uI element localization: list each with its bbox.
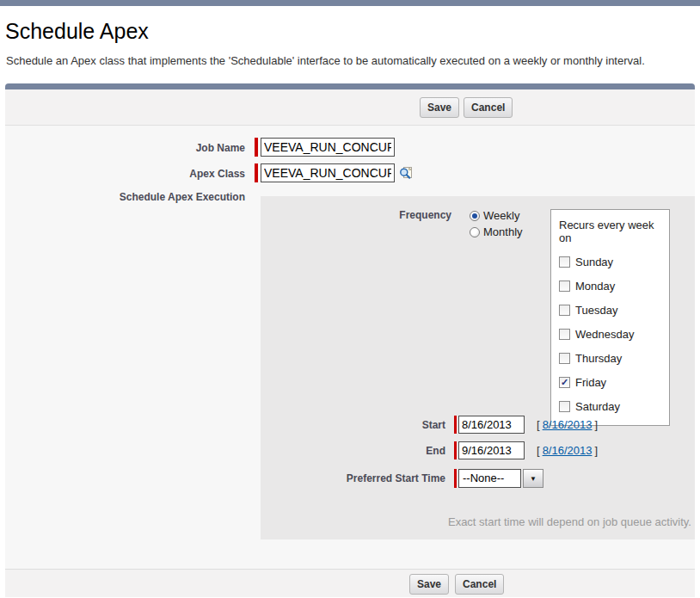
- page-title: Schedule Apex: [5, 19, 149, 44]
- end-date-link-group: [8/16/2013]: [537, 444, 598, 457]
- start-date-input[interactable]: [458, 416, 525, 434]
- day-option-sunday[interactable]: Sunday: [559, 256, 664, 268]
- day-option-monday[interactable]: Monday: [559, 280, 664, 293]
- day-option-thursday[interactable]: Thursday: [559, 352, 664, 365]
- job-name-input[interactable]: [261, 138, 395, 157]
- end-date-input[interactable]: [458, 441, 525, 459]
- bottom-button-bar: [5, 569, 695, 597]
- frequency-monthly-label: Monthly: [483, 225, 523, 238]
- top-accent-bar: [0, 0, 700, 6]
- schedule-apex-page: { "page": { "title": "Schedule Apex", "d…: [0, 0, 700, 598]
- weekly-recurrence-title: Recurs every week on: [559, 219, 664, 244]
- schedule-apex-execution-label: Schedule Apex Execution: [5, 191, 245, 203]
- day-label-thursday: Thursday: [575, 352, 622, 365]
- checkbox-saturday-icon[interactable]: [559, 401, 570, 412]
- bracket-open: [: [537, 444, 540, 457]
- day-label-friday: Friday: [575, 376, 606, 389]
- job-name-required-mark: [255, 138, 258, 157]
- start-label: Start: [261, 419, 445, 431]
- preferred-start-time-select[interactable]: --None-- ▼: [458, 469, 543, 488]
- bottom-button-group: Save Cancel: [409, 574, 504, 595]
- day-label-wednesday: Wednesday: [575, 328, 634, 341]
- chevron-down-icon[interactable]: ▼: [523, 469, 543, 488]
- weekly-recurrence-panel: Recurs every week on Sunday Monday Tuesd…: [550, 209, 670, 426]
- day-label-monday: Monday: [575, 280, 615, 293]
- queue-note-text: Exact start time will depend on job queu…: [448, 515, 691, 528]
- start-today-date-link[interactable]: 8/16/2013: [543, 418, 593, 431]
- frequency-label: Frequency: [261, 209, 451, 221]
- end-required-mark: [454, 441, 457, 459]
- cancel-button-bottom[interactable]: Cancel: [455, 574, 504, 595]
- checkbox-friday-icon-checked[interactable]: ✓: [559, 377, 570, 388]
- checkbox-sunday-icon[interactable]: [559, 256, 570, 268]
- day-option-friday[interactable]: ✓ Friday: [559, 376, 664, 389]
- page-description: Schedule an Apex class that implements t…: [6, 54, 645, 67]
- bracket-open: [: [537, 418, 540, 431]
- top-button-bar: [5, 89, 695, 126]
- apex-class-label: Apex Class: [5, 168, 245, 180]
- day-option-saturday[interactable]: Saturday: [559, 400, 664, 413]
- preferred-start-time-value[interactable]: --None--: [458, 469, 521, 488]
- frequency-option-monthly[interactable]: Monthly: [470, 225, 523, 238]
- section-header-bar: [5, 83, 695, 89]
- end-today-date-link[interactable]: 8/16/2013: [543, 444, 593, 457]
- checkbox-tuesday-icon[interactable]: [559, 305, 570, 316]
- day-label-saturday: Saturday: [575, 400, 620, 413]
- start-required-mark: [454, 416, 457, 434]
- checkbox-wednesday-icon[interactable]: [559, 329, 570, 340]
- bracket-close: ]: [594, 444, 598, 457]
- radio-selected-dot: [472, 213, 477, 219]
- frequency-option-weekly[interactable]: Weekly: [470, 209, 523, 222]
- apex-class-required-mark: [255, 163, 258, 182]
- radio-weekly-icon[interactable]: [470, 211, 480, 221]
- end-label: End: [261, 445, 445, 457]
- cancel-button[interactable]: Cancel: [464, 97, 513, 118]
- day-label-tuesday: Tuesday: [575, 304, 617, 317]
- save-button-bottom[interactable]: Save: [409, 574, 449, 595]
- radio-monthly-icon[interactable]: [470, 227, 480, 237]
- day-option-wednesday[interactable]: Wednesday: [559, 328, 664, 341]
- preferred-start-time-label: Preferred Start Time: [261, 472, 445, 484]
- magnifier-document-icon: [398, 165, 414, 181]
- save-button[interactable]: Save: [420, 97, 459, 118]
- day-option-tuesday[interactable]: Tuesday: [559, 304, 664, 317]
- preferred-start-time-required-mark: [454, 469, 457, 488]
- bracket-close: ]: [594, 418, 598, 431]
- job-name-label: Job Name: [5, 142, 245, 154]
- checkbox-monday-icon[interactable]: [559, 281, 570, 292]
- start-date-link-group: [8/16/2013]: [537, 418, 598, 431]
- apex-class-lookup-icon[interactable]: [398, 165, 414, 181]
- frequency-radio-group: Weekly Monthly: [470, 209, 523, 238]
- frequency-weekly-label: Weekly: [483, 209, 519, 222]
- day-label-sunday: Sunday: [575, 256, 613, 268]
- apex-class-input[interactable]: [261, 163, 395, 182]
- checkbox-thursday-icon[interactable]: [559, 353, 570, 364]
- top-button-group: Save Cancel: [420, 97, 513, 118]
